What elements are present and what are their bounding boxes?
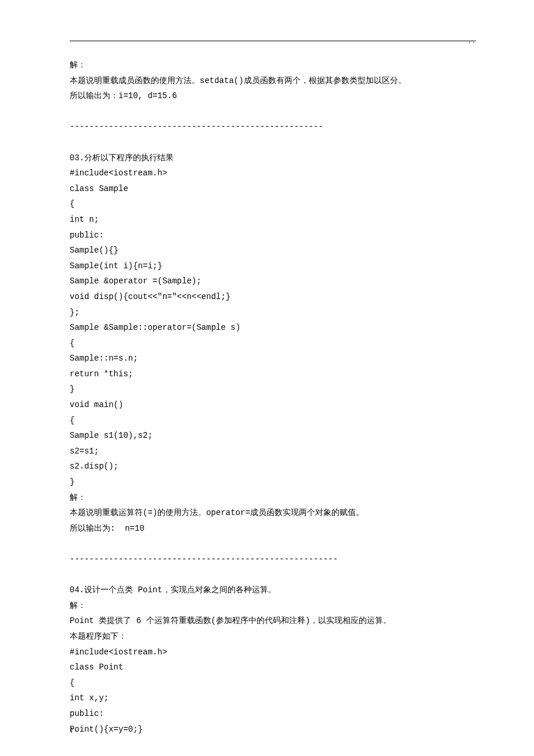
- text-line: Sample(int i){n=i;}: [70, 258, 476, 274]
- top-horizontal-rule: [70, 41, 476, 41]
- text-line: }: [70, 381, 476, 397]
- text-line: 解：: [70, 57, 476, 73]
- text-line: 本题程序如下：: [70, 629, 476, 645]
- text-line: 所以输出为：i=10, d=15.6: [70, 88, 476, 104]
- text-line: 03.分析以下程序的执行结果: [70, 150, 476, 166]
- header-dots: ..: [468, 36, 476, 47]
- footer-mark: ;.: [70, 723, 78, 737]
- text-line: public:: [70, 706, 476, 722]
- text-line: class Sample: [70, 181, 476, 197]
- text-line: void main(): [70, 397, 476, 413]
- text-line: 解：: [70, 598, 476, 614]
- text-line: 04.设计一个点类 Point，实现点对象之间的各种运算。: [70, 582, 476, 598]
- text-line: {: [70, 196, 476, 212]
- text-line: void disp(){cout<<"n="<<n<<endl;}: [70, 289, 476, 305]
- text-line: s2=s1;: [70, 444, 476, 459]
- text-line: int n;: [70, 212, 476, 228]
- text-line: 本题说明重载成员函数的使用方法。setdata()成员函数有两个，根据其参数类型…: [70, 73, 476, 89]
- text-line: public:: [70, 228, 476, 243]
- text-line: 本题说明重载运算符(=)的使用方法。operator=成员函数实现两个对象的赋值…: [70, 505, 476, 521]
- text-line: int x,y;: [70, 690, 476, 706]
- blank-line: [70, 567, 476, 583]
- text-line: {: [70, 413, 476, 429]
- blank-line: [70, 536, 476, 552]
- text-line: Point(){x=y=0;}: [70, 722, 476, 737]
- text-line: Sample(){}: [70, 243, 476, 258]
- text-line: ----------------------------------------…: [70, 552, 476, 567]
- text-line: 所以输出为: n=10: [70, 521, 476, 537]
- text-line: 解：: [70, 490, 476, 506]
- blank-line: [70, 104, 476, 120]
- text-line: };: [70, 305, 476, 321]
- text-line: Sample::n=s.n;: [70, 351, 476, 366]
- document-page: .. 解：本题说明重载成员函数的使用方法。setdata()成员函数有两个，根据…: [0, 0, 534, 756]
- text-line: Sample &operator =(Sample);: [70, 273, 476, 289]
- text-line: class Point: [70, 660, 476, 675]
- document-body: 解：本题说明重载成员函数的使用方法。setdata()成员函数有两个，根据其参数…: [70, 57, 476, 737]
- text-line: {: [70, 336, 476, 351]
- text-line: Point 类提供了 6 个运算符重载函数(参加程序中的代码和注释)，以实现相应…: [70, 613, 476, 629]
- text-line: return *this;: [70, 366, 476, 382]
- text-line: Sample &Sample::operator=(Sample s): [70, 320, 476, 336]
- text-line: Sample s1(10),s2;: [70, 428, 476, 444]
- text-line: #include<iostream.h>: [70, 165, 476, 181]
- blank-line: [70, 135, 476, 150]
- text-line: #include<iostream.h>: [70, 645, 476, 660]
- text-line: {: [70, 675, 476, 691]
- text-line: ----------------------------------------…: [70, 119, 476, 135]
- text-line: }: [70, 474, 476, 490]
- text-line: s2.disp();: [70, 459, 476, 474]
